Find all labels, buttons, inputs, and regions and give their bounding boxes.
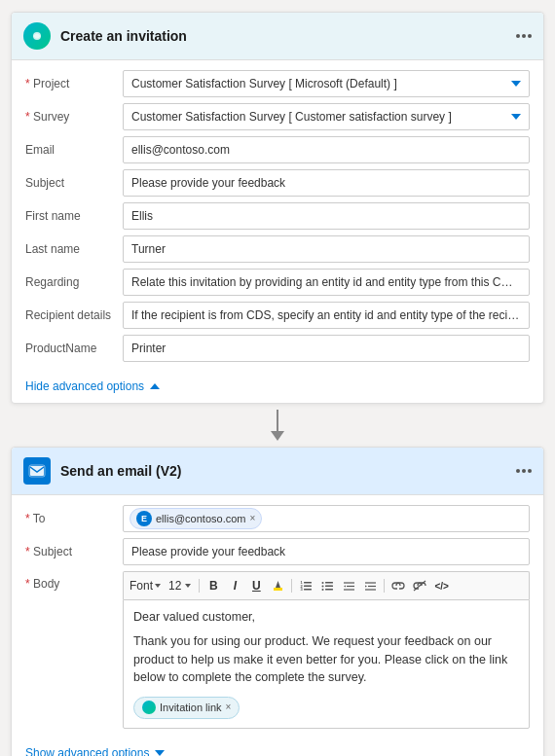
card1-title: Create an invitation xyxy=(60,28,506,44)
card1-menu-button[interactable] xyxy=(516,34,532,38)
highlight-button[interactable] xyxy=(268,576,287,595)
body-line1: Dear valued customer, xyxy=(133,608,519,627)
project-row: Project xyxy=(25,70,530,97)
invitation-link-close-button[interactable]: × xyxy=(226,702,232,712)
italic-button[interactable]: I xyxy=(225,576,244,595)
regarding-row: Regarding xyxy=(25,269,530,296)
survey-label: Survey xyxy=(25,110,123,124)
to-tag-close-button[interactable]: × xyxy=(249,514,255,523)
firstname-row: First name xyxy=(25,202,530,230)
ordered-list-button[interactable]: 123 xyxy=(296,576,315,595)
html-button[interactable]: </> xyxy=(431,576,451,595)
underline-button[interactable]: U xyxy=(246,576,266,595)
card2-icon xyxy=(23,457,51,485)
email-row: Email xyxy=(25,136,530,163)
to-tag-avatar: E xyxy=(136,511,152,526)
hide-advanced-chevron-icon xyxy=(150,383,160,389)
card2-body: To E ellis@contoso.com × Subject Body xyxy=(12,495,543,738)
invitation-link-icon xyxy=(142,701,156,714)
email-input[interactable] xyxy=(123,136,530,163)
svg-rect-4 xyxy=(304,582,312,584)
svg-rect-6 xyxy=(304,589,312,591)
send-email-card: Send an email (V2) To E ellis@contoso.co… xyxy=(11,447,544,756)
unlink-button[interactable] xyxy=(410,576,429,595)
to-tag-email: ellis@contoso.com xyxy=(156,513,245,524)
card1-header: Create an invitation xyxy=(12,13,543,60)
recipient-row: Recipient details xyxy=(25,302,530,329)
svg-rect-3 xyxy=(274,588,282,591)
project-input[interactable] xyxy=(123,70,530,97)
indent-button[interactable] xyxy=(360,576,380,595)
card2-menu-button[interactable] xyxy=(516,469,532,473)
survey-input[interactable] xyxy=(123,103,530,130)
card2-title: Send an email (V2) xyxy=(60,463,506,479)
svg-rect-1 xyxy=(30,466,44,476)
to-tag: E ellis@contoso.com × xyxy=(130,508,262,529)
outdent-button[interactable] xyxy=(339,576,358,595)
body-editor[interactable]: Dear valued customer, Thank you for usin… xyxy=(123,599,530,729)
font-dropdown-icon xyxy=(155,584,161,588)
subject-row: Subject xyxy=(25,169,530,197)
show-advanced-button[interactable]: Show advanced options xyxy=(12,738,543,756)
email-subject-input[interactable] xyxy=(123,538,530,565)
lastname-input[interactable] xyxy=(123,235,530,263)
hide-advanced-button[interactable]: Hide advanced options xyxy=(12,372,543,403)
project-chevron-icon xyxy=(511,81,521,87)
flow-arrow xyxy=(271,404,284,447)
card1-body: Project Survey Email xyxy=(12,60,543,372)
fontsize-dropdown-icon xyxy=(185,584,191,588)
toolbar-divider-1 xyxy=(199,579,200,593)
body-row: Body Font 12 B I U xyxy=(25,571,530,729)
svg-rect-12 xyxy=(325,589,333,591)
to-label: To xyxy=(25,512,123,525)
show-advanced-label: Show advanced options xyxy=(25,746,149,756)
invitation-link-label: Invitation link xyxy=(160,700,222,716)
survey-input-wrapper xyxy=(123,103,530,130)
arrow-line xyxy=(277,410,278,431)
survey-dropdown-button[interactable] xyxy=(506,107,526,126)
regarding-label: Regarding xyxy=(25,275,123,289)
subject-input[interactable] xyxy=(123,169,530,197)
lastname-label: Last name xyxy=(25,242,123,256)
email-subject-label: Subject xyxy=(25,545,123,558)
link-button[interactable] xyxy=(388,576,408,595)
to-row: To E ellis@contoso.com × xyxy=(25,505,530,532)
svg-rect-5 xyxy=(304,585,312,587)
project-label: Project xyxy=(25,77,123,90)
svg-point-15 xyxy=(321,589,323,591)
survey-row: Survey xyxy=(25,103,530,130)
productname-row: ProductName xyxy=(25,335,530,362)
body-label: Body xyxy=(25,571,123,591)
svg-point-14 xyxy=(321,585,323,587)
firstname-input[interactable] xyxy=(123,202,530,230)
show-advanced-chevron-icon xyxy=(155,750,165,756)
bold-button[interactable]: B xyxy=(204,576,223,595)
invitation-link-tag: Invitation link × xyxy=(133,697,240,719)
svg-text:3: 3 xyxy=(300,587,303,592)
body-editor-wrapper: Font 12 B I U 123 xyxy=(123,571,530,729)
arrow-head xyxy=(271,431,284,441)
create-invitation-card: Create an invitation Project Survey xyxy=(11,12,544,404)
hide-advanced-label: Hide advanced options xyxy=(25,379,144,393)
email-label: Email xyxy=(25,143,123,157)
productname-label: ProductName xyxy=(25,342,123,355)
body-toolbar: Font 12 B I U 123 xyxy=(123,571,530,599)
card1-icon xyxy=(23,22,51,50)
recipient-input[interactable] xyxy=(123,302,530,329)
svg-point-13 xyxy=(321,582,323,584)
survey-chevron-icon xyxy=(511,114,521,120)
project-dropdown-button[interactable] xyxy=(506,74,526,93)
toolbar-divider-3 xyxy=(384,579,385,593)
svg-rect-11 xyxy=(325,585,333,587)
unordered-list-button[interactable] xyxy=(317,576,337,595)
project-input-wrapper xyxy=(123,70,530,97)
regarding-input[interactable] xyxy=(123,269,530,296)
to-field[interactable]: E ellis@contoso.com × xyxy=(123,505,530,532)
card2-header: Send an email (V2) xyxy=(12,448,543,495)
productname-input[interactable] xyxy=(123,335,530,362)
email-subject-row: Subject xyxy=(25,538,530,565)
body-line2: Thank you for using our product. We requ… xyxy=(133,632,519,687)
recipient-label: Recipient details xyxy=(25,308,123,322)
firstname-label: First name xyxy=(25,209,123,223)
lastname-row: Last name xyxy=(25,235,530,263)
